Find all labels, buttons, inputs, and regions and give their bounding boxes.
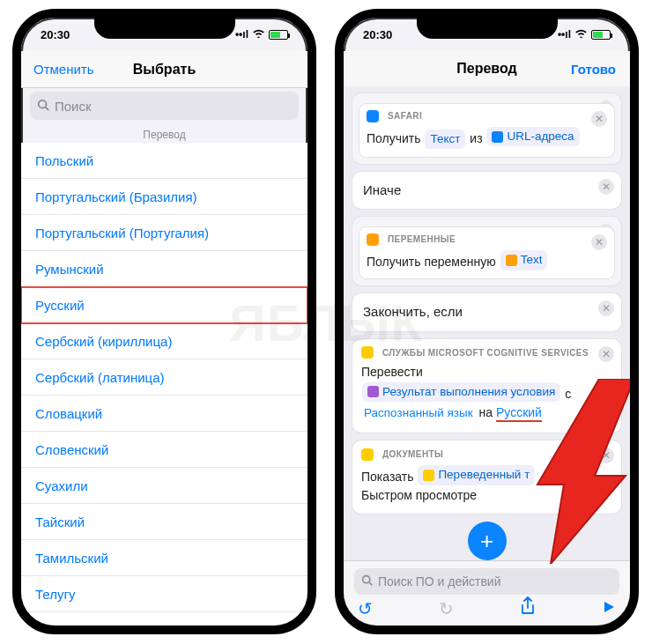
list-item-selected[interactable]: Русский xyxy=(21,287,307,323)
link-icon xyxy=(492,131,503,143)
close-icon[interactable]: ✕ xyxy=(598,179,614,195)
page-title: Выбрать xyxy=(133,62,196,78)
share-icon[interactable] xyxy=(520,596,536,620)
list-item[interactable]: Суахили xyxy=(21,468,307,504)
action-card-else[interactable]: ✕ Иначе xyxy=(352,172,621,210)
list-item[interactable]: Польский xyxy=(21,143,307,179)
magic-icon xyxy=(367,386,379,397)
action-card-endif[interactable]: ✕ Закончить, если xyxy=(352,293,621,331)
container-card: ✕ ✕ ПЕРЕМЕННЫЕ Получить переменную Text xyxy=(352,217,621,285)
notch xyxy=(417,18,558,39)
list-item[interactable]: Телугу xyxy=(21,576,307,612)
token-translated-text[interactable]: Переведенный т xyxy=(418,465,535,485)
action-card-translate[interactable]: ✕ СЛУЖБЫ MICROSOFT COGNITIVE SERVICES Пе… xyxy=(352,339,621,433)
done-button[interactable]: Готово xyxy=(571,62,616,77)
card-header: SAFARI xyxy=(367,109,607,122)
list-item[interactable]: Португальский (Португалия) xyxy=(21,215,307,251)
action-search-input[interactable]: Поиск ПО и действий xyxy=(354,568,619,595)
card-body: Получить Текст из URL-адреса xyxy=(367,126,607,150)
signal-icon: ••ıl xyxy=(235,28,248,41)
list-item[interactable]: Словенский xyxy=(21,432,307,468)
variable-icon xyxy=(506,255,517,266)
card-body: Получить переменную Text xyxy=(367,249,607,271)
documents-icon xyxy=(361,448,374,461)
phone-left: 20:30 ••ıl Отменить Выбрать Поиск Перево… xyxy=(12,9,316,634)
bottom-toolbar: Поиск ПО и действий ↺ ↻ xyxy=(344,560,630,625)
token-text[interactable]: Текст xyxy=(425,130,465,149)
action-card-show[interactable]: ✕ ДОКУМЕНТЫ Показать Переведенный т Быст… xyxy=(352,440,621,514)
language-list[interactable]: Польский Португальский (Бразилия) Португ… xyxy=(21,143,307,625)
document-icon xyxy=(423,470,434,481)
list-item[interactable]: Сербский (латиница) xyxy=(21,359,307,396)
shortcut-canvas[interactable]: ✕ ✕ SAFARI Получить Текст из URL-адреса xyxy=(344,86,630,560)
status-time: 20:30 xyxy=(363,28,392,41)
add-action-button[interactable]: + xyxy=(468,522,507,560)
action-search-placeholder: Поиск ПО и действий xyxy=(378,574,501,588)
close-icon[interactable]: ✕ xyxy=(591,111,607,127)
nav-bar: Отменить Выбрать xyxy=(21,51,307,88)
card-header: ПЕРЕМЕННЫЕ xyxy=(367,233,607,246)
search-input[interactable]: Поиск xyxy=(30,92,299,120)
svg-line-1 xyxy=(46,107,49,110)
list-item[interactable]: Сербский (кириллица) xyxy=(21,323,307,359)
wifi-icon xyxy=(252,28,265,41)
action-card-safari[interactable]: ✕ SAFARI Получить Текст из URL-адреса xyxy=(359,104,614,157)
svg-point-0 xyxy=(39,100,47,107)
page-title: Перевод xyxy=(456,61,516,77)
card-body: Показать Переведенный т Быстром просмотр… xyxy=(361,464,612,505)
list-item[interactable]: Турецкий xyxy=(21,612,307,625)
card-header: ДОКУМЕНТЫ xyxy=(361,448,612,461)
svg-point-2 xyxy=(363,576,370,583)
list-item[interactable]: Португальский (Бразилия) xyxy=(21,179,307,215)
safari-icon xyxy=(367,110,379,122)
cancel-button[interactable]: Отменить xyxy=(33,62,94,77)
card-label: Иначе xyxy=(363,182,401,197)
token-condition-result[interactable]: Результат выполнения условия xyxy=(362,382,560,402)
card-body: Перевести Результат выполнения условия с… xyxy=(361,363,612,425)
play-icon[interactable] xyxy=(602,598,616,618)
close-icon[interactable]: ✕ xyxy=(598,300,614,316)
cognitive-icon xyxy=(361,346,374,359)
toolbar-icons: ↺ ↻ xyxy=(358,596,616,620)
status-icons: ••ıl xyxy=(235,28,288,41)
variable-icon xyxy=(367,233,379,246)
search-icon xyxy=(37,99,49,114)
redo-icon: ↻ xyxy=(439,598,454,619)
close-icon[interactable]: ✕ xyxy=(591,234,607,250)
token-detected-language[interactable]: Распознанный язык xyxy=(362,403,475,423)
signal-icon: ••ıl xyxy=(558,28,571,41)
list-item[interactable]: Румынский xyxy=(21,251,307,287)
container-card: ✕ ✕ SAFARI Получить Текст из URL-адреса xyxy=(352,93,621,164)
search-icon xyxy=(361,574,373,588)
list-item[interactable]: Тамильский xyxy=(21,540,307,576)
status-icons: ••ıl xyxy=(558,28,611,41)
token-variable[interactable]: Text xyxy=(500,250,548,270)
target-language-picker[interactable]: Русский xyxy=(496,405,542,422)
battery-icon xyxy=(591,30,611,40)
wifi-icon xyxy=(574,28,588,41)
svg-line-3 xyxy=(369,582,372,585)
undo-icon[interactable]: ↺ xyxy=(358,598,373,619)
nav-bar: Перевод Готово xyxy=(344,51,630,86)
notch xyxy=(94,18,235,39)
phone-right: 20:30 ••ıl Перевод Готово ✕ ✕ SAFARI Пол… xyxy=(335,9,639,634)
card-label: Закончить, если xyxy=(363,304,463,319)
list-item[interactable]: Словацкий xyxy=(21,396,307,432)
close-icon[interactable]: ✕ xyxy=(598,448,614,463)
search-placeholder: Поиск xyxy=(55,99,92,114)
status-time: 20:30 xyxy=(41,28,70,41)
close-icon[interactable]: ✕ xyxy=(598,346,614,362)
section-header: Перевод xyxy=(21,125,307,144)
card-header: СЛУЖБЫ MICROSOFT COGNITIVE SERVICES xyxy=(361,346,612,359)
action-card-variable[interactable]: ✕ ПЕРЕМЕННЫЕ Получить переменную Text xyxy=(359,227,614,278)
token-url[interactable]: URL-адреса xyxy=(486,127,579,146)
list-item[interactable]: Тайский xyxy=(21,504,307,540)
battery-icon xyxy=(269,30,288,40)
